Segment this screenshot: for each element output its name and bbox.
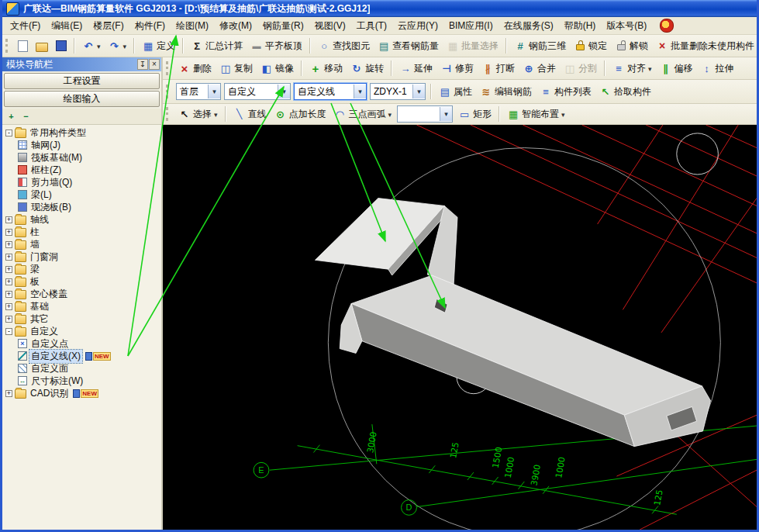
tree-item-others[interactable]: +其它 [2,313,161,325]
tree-item-raft-foundation[interactable]: 筏板基础(M) [2,151,161,164]
type-combo[interactable]: 自定义线 [294,83,367,100]
tree-item-custom-face[interactable]: 自定义面 [2,362,161,375]
tree-item-foundation[interactable]: +基础 [2,300,161,313]
point-plus-length-button[interactable]: 点加长度 [271,105,330,123]
chevron-down-icon[interactable] [412,85,425,98]
menu-item-2[interactable]: 楼层(F) [88,17,129,35]
component-list-button[interactable]: 构件列表 [536,83,595,101]
stretch-button[interactable]: 拉伸 [697,60,738,78]
tree-item-common-component-types[interactable]: -常用构件类型 [2,126,161,139]
properties-button[interactable]: 属性 [435,83,476,101]
undo-button[interactable] [78,37,105,54]
tree-item-shear-wall[interactable]: 剪力墙(Q) [2,176,161,188]
find-element-button[interactable]: 查找图元 [314,37,374,55]
batch-delete-unused-button[interactable]: 批量删除未使用构件 [652,37,758,55]
menu-item-6[interactable]: 钢筋量(R) [257,17,309,35]
collapse-icon[interactable]: - [5,328,12,335]
tree-item-custom[interactable]: -自定义 [2,325,161,337]
menu-item-1[interactable]: 编辑(E) [46,17,88,35]
open-file-button[interactable] [32,38,52,54]
expand-icon[interactable]: + [5,216,12,223]
tree-item-axis[interactable]: +轴线 [2,213,161,226]
expand-all-button[interactable] [5,110,18,123]
expand-icon[interactable]: + [5,229,12,236]
split-button[interactable]: 分割 [560,60,601,78]
straight-line-button[interactable]: 直线 [229,105,271,123]
rectangle-button[interactable]: 矩形 [454,105,495,123]
tree-item-beam[interactable]: +梁 [2,263,161,275]
menu-item-7[interactable]: 视图(V) [309,17,351,35]
pin-button[interactable] [137,59,148,70]
model-3d[interactable] [315,199,710,447]
tree-item-wall[interactable]: +墙 [2,238,161,250]
chevron-down-icon[interactable] [354,85,366,98]
expand-icon[interactable]: + [5,303,12,310]
panel-close-button[interactable] [149,59,160,70]
tree-item-slab[interactable]: +板 [2,275,161,288]
tree-item-beam-quick[interactable]: 梁(L) [2,188,161,201]
redo-button[interactable] [105,37,131,54]
save-button[interactable] [52,38,71,54]
menu-item-4[interactable]: 绘图(M) [171,17,214,35]
trim-button[interactable]: 修剪 [436,60,478,78]
menu-item-11[interactable]: 在线服务(S) [499,17,559,35]
tree-item-cad-recognition[interactable]: +CAD识别NEW [2,387,161,399]
chevron-down-icon[interactable] [208,85,220,98]
tree-item-column[interactable]: +柱 [2,226,161,238]
view-rebar-qty-button[interactable]: 查看钢筋量 [374,37,443,55]
flatten-slab-top-button[interactable]: 平齐板顶 [247,37,306,55]
project-settings-button[interactable]: 工程设置 [4,73,160,89]
chevron-down-icon[interactable] [278,85,290,98]
floor-combo[interactable]: 首层 [176,83,221,100]
tree-item-hollow-floor[interactable]: +空心楼盖 [2,288,161,300]
delete-button[interactable]: 删除 [174,60,216,78]
expand-icon[interactable]: + [5,241,12,248]
expand-icon[interactable]: + [5,278,12,285]
merge-button[interactable]: 合并 [519,60,560,78]
expand-icon[interactable]: + [5,390,12,397]
tree-item-axis-net[interactable]: 轴网(J) [2,139,161,151]
copy-button[interactable]: 复制 [216,60,257,78]
break-button[interactable]: 打断 [478,60,519,78]
tree-item-dimension[interactable]: 尺寸标注(W) [2,375,161,387]
batch-select-button[interactable]: 批量选择 [443,37,502,55]
menu-item-9[interactable]: 云应用(Y) [392,17,443,35]
rotate-button[interactable]: 旋转 [347,60,388,78]
menu-item-12[interactable]: 帮助(H) [559,17,602,35]
menu-item-3[interactable]: 构件(F) [129,17,171,35]
define-button[interactable]: 定义 [138,37,179,55]
extend-button[interactable]: 延伸 [395,60,436,78]
element-combo[interactable]: ZDYX-1 [370,83,426,100]
arc-method-combo[interactable] [397,105,453,123]
unlock-button[interactable]: 解锁 [611,37,652,55]
menu-item-5[interactable]: 修改(M) [214,17,257,35]
drawing-input-button[interactable]: 绘图输入 [4,91,160,107]
tree-item-cast-slab[interactable]: 现浇板(B) [2,201,161,213]
expand-icon[interactable]: + [5,266,12,273]
tree-item-frame-column[interactable]: 框柱(Z) [2,164,161,176]
tree-item-custom-line[interactable]: 自定义线(X)NEW [2,350,161,362]
collapse-all-button[interactable] [19,110,33,123]
new-file-button[interactable] [14,38,32,54]
category-combo[interactable]: 自定义 [224,83,291,100]
menu-item-10[interactable]: BIM应用(I) [443,17,499,35]
menu-item-8[interactable]: 工具(T) [351,17,392,35]
rebar-3d-button[interactable]: 钢筋三维 [510,37,570,55]
summary-calc-button[interactable]: 汇总计算 [187,37,247,55]
select-button[interactable]: 选择 [174,105,222,123]
chevron-down-icon[interactable] [440,107,452,121]
lock-button[interactable]: 锁定 [570,37,611,55]
mirror-button[interactable]: 镜像 [257,60,298,78]
menu-item-0[interactable]: 文件(F) [5,17,46,35]
offset-button[interactable]: 偏移 [656,60,697,78]
smart-layout-button[interactable]: 智能布置 [503,105,569,123]
collapse-icon[interactable]: - [5,130,12,136]
drawing-canvas[interactable]: 30001251500100039001000125 E D [163,125,757,530]
tree-item-custom-point[interactable]: 自定义点 [2,337,161,350]
three-point-arc-button[interactable]: 三点画弧 [330,105,396,123]
pick-component-button[interactable]: 拾取构件 [595,83,655,101]
expand-icon[interactable]: + [5,316,12,323]
expand-icon[interactable]: + [5,254,12,261]
edit-rebar-button[interactable]: 编辑钢筋 [476,83,536,101]
menu-item-13[interactable]: 版本号(B) [601,17,652,35]
